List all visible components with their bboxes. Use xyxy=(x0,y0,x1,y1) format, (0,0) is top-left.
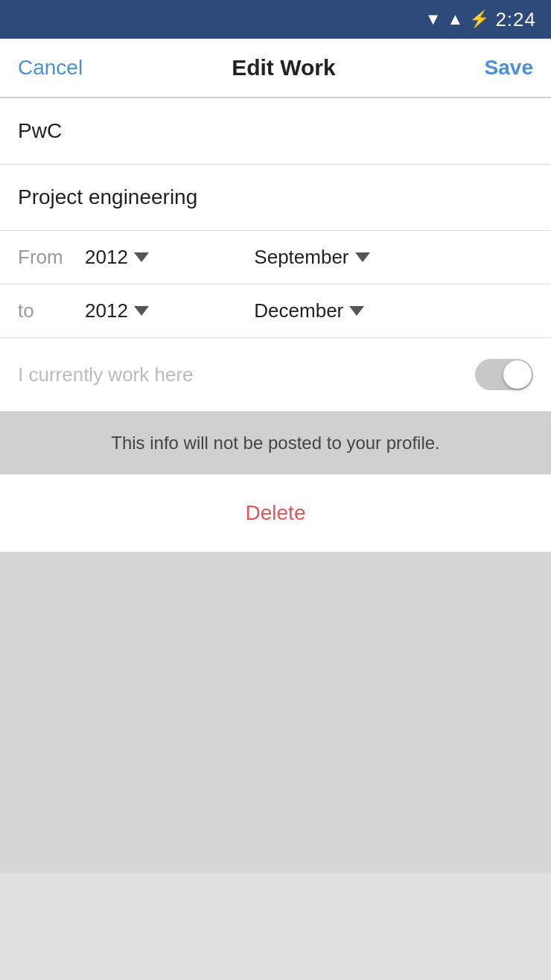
status-icons: ▼ ▲ ⚡ 2:24 xyxy=(425,8,536,31)
to-month-value: December xyxy=(254,299,343,322)
from-month-value: September xyxy=(254,246,348,269)
to-year-picker[interactable]: 2012 xyxy=(85,299,224,322)
to-year-value: 2012 xyxy=(85,299,128,322)
to-month-chevron-icon xyxy=(349,306,364,316)
company-value: PwC xyxy=(18,119,62,142)
from-label: From xyxy=(18,246,85,269)
from-year-chevron-icon xyxy=(134,252,149,262)
delete-button[interactable]: Delete xyxy=(246,501,306,525)
to-date-row: to 2012 December xyxy=(0,284,551,338)
cancel-button[interactable]: Cancel xyxy=(18,56,83,80)
page-title: Edit Work xyxy=(232,55,335,80)
from-date-row: From 2012 September xyxy=(0,231,551,284)
company-field[interactable]: PwC xyxy=(0,98,551,165)
currently-work-row: I currently work here xyxy=(0,338,551,412)
from-month-chevron-icon xyxy=(355,252,370,262)
from-year-picker[interactable]: 2012 xyxy=(85,246,224,269)
toggle-thumb xyxy=(503,360,532,389)
from-month-picker[interactable]: September xyxy=(224,246,533,269)
status-bar: ▼ ▲ ⚡ 2:24 xyxy=(0,0,551,39)
signal-icon: ▲ xyxy=(448,10,464,29)
to-month-picker[interactable]: December xyxy=(224,299,533,322)
to-year-chevron-icon xyxy=(134,306,149,316)
from-year-value: 2012 xyxy=(85,246,128,269)
currently-work-toggle[interactable] xyxy=(475,359,533,390)
info-text: This info will not be posted to your pro… xyxy=(111,433,440,453)
nav-bar: Cancel Edit Work Save xyxy=(0,39,551,98)
status-time: 2:24 xyxy=(495,8,536,31)
wifi-icon: ▼ xyxy=(425,10,442,29)
position-field[interactable]: Project engineering xyxy=(0,165,551,231)
info-banner: This info will not be posted to your pro… xyxy=(0,412,551,474)
to-label: to xyxy=(18,299,85,322)
position-value: Project engineering xyxy=(18,185,197,209)
battery-icon: ⚡ xyxy=(469,10,489,29)
form-area: PwC Project engineering From 2012 Septem… xyxy=(0,98,551,412)
bottom-area xyxy=(0,553,551,873)
delete-section: Delete xyxy=(0,474,551,553)
save-button[interactable]: Save xyxy=(485,56,533,80)
currently-work-label: I currently work here xyxy=(18,363,194,386)
